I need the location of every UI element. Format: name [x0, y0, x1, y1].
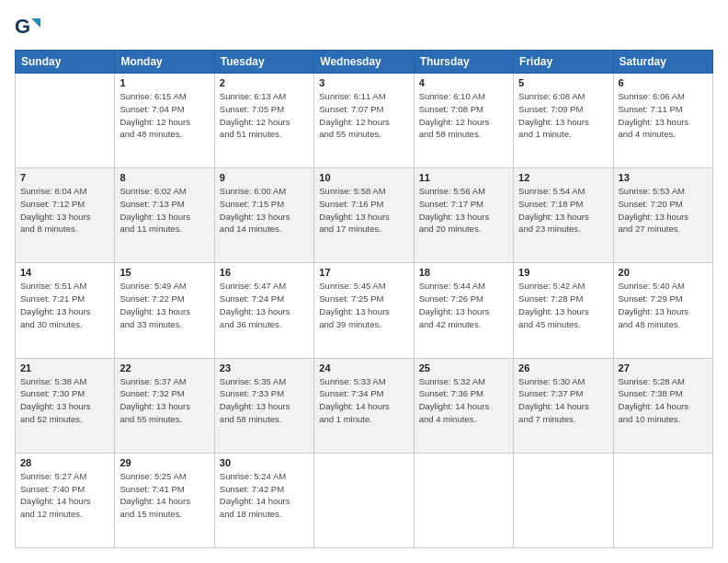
calendar-day-cell: 26Sunrise: 5:30 AM Sunset: 7:37 PM Dayli… [514, 358, 613, 453]
day-info: Sunrise: 6:13 AM Sunset: 7:05 PM Dayligh… [220, 90, 309, 141]
logo-icon: G [15, 15, 40, 40]
calendar-week-row: 14Sunrise: 5:51 AM Sunset: 7:21 PM Dayli… [16, 263, 713, 358]
day-number: 30 [220, 457, 309, 468]
day-info: Sunrise: 5:33 AM Sunset: 7:34 PM Dayligh… [319, 375, 408, 426]
day-number: 24 [319, 362, 408, 373]
day-info: Sunrise: 5:30 AM Sunset: 7:37 PM Dayligh… [518, 375, 608, 426]
calendar-day-cell: 4Sunrise: 6:10 AM Sunset: 7:08 PM Daylig… [414, 74, 513, 168]
calendar-day-cell: 10Sunrise: 5:58 AM Sunset: 7:16 PM Dayli… [314, 168, 414, 263]
calendar-day-cell: 8Sunrise: 6:02 AM Sunset: 7:13 PM Daylig… [115, 168, 214, 263]
calendar-day-cell: 17Sunrise: 5:45 AM Sunset: 7:25 PM Dayli… [314, 263, 414, 358]
svg-text:G: G [15, 15, 30, 38]
day-number: 29 [119, 457, 209, 468]
page-header: G [15, 15, 713, 40]
calendar-table: SundayMondayTuesdayWednesdayThursdayFrid… [15, 50, 713, 548]
day-info: Sunrise: 5:53 AM Sunset: 7:20 PM Dayligh… [619, 185, 708, 236]
weekday-header-thursday: Thursday [414, 51, 513, 74]
day-number: 25 [419, 362, 508, 373]
day-number: 12 [518, 172, 608, 183]
calendar-week-row: 28Sunrise: 5:27 AM Sunset: 7:40 PM Dayli… [16, 453, 713, 547]
calendar-day-cell: 27Sunrise: 5:28 AM Sunset: 7:38 PM Dayli… [613, 358, 712, 453]
calendar-day-cell: 5Sunrise: 6:08 AM Sunset: 7:09 PM Daylig… [514, 74, 613, 168]
day-info: Sunrise: 5:54 AM Sunset: 7:18 PM Dayligh… [518, 185, 608, 236]
calendar-day-cell: 3Sunrise: 6:11 AM Sunset: 7:07 PM Daylig… [314, 74, 414, 168]
day-number: 9 [220, 172, 309, 183]
weekday-header-friday: Friday [514, 51, 613, 74]
logo: G [15, 15, 44, 40]
calendar-day-cell: 23Sunrise: 5:35 AM Sunset: 7:33 PM Dayli… [214, 358, 313, 453]
calendar-day-cell: 15Sunrise: 5:49 AM Sunset: 7:22 PM Dayli… [115, 263, 214, 358]
day-number: 8 [119, 172, 209, 183]
weekday-header-tuesday: Tuesday [214, 51, 313, 74]
day-number: 27 [619, 362, 708, 373]
day-number: 14 [20, 267, 109, 278]
day-info: Sunrise: 5:35 AM Sunset: 7:33 PM Dayligh… [220, 375, 309, 426]
calendar-day-cell: 13Sunrise: 5:53 AM Sunset: 7:20 PM Dayli… [613, 168, 712, 263]
day-info: Sunrise: 5:32 AM Sunset: 7:36 PM Dayligh… [419, 375, 508, 426]
day-info: Sunrise: 6:08 AM Sunset: 7:09 PM Dayligh… [518, 90, 608, 141]
calendar-day-cell: 9Sunrise: 6:00 AM Sunset: 7:15 PM Daylig… [214, 168, 313, 263]
calendar-day-cell: 12Sunrise: 5:54 AM Sunset: 7:18 PM Dayli… [514, 168, 613, 263]
empty-cell [414, 453, 513, 547]
day-number: 10 [319, 172, 408, 183]
calendar-day-cell: 16Sunrise: 5:47 AM Sunset: 7:24 PM Dayli… [214, 263, 313, 358]
calendar-day-cell: 24Sunrise: 5:33 AM Sunset: 7:34 PM Dayli… [314, 358, 414, 453]
svg-marker-1 [31, 18, 40, 28]
day-number: 22 [119, 362, 209, 373]
day-info: Sunrise: 6:04 AM Sunset: 7:12 PM Dayligh… [20, 185, 109, 236]
calendar-day-cell: 1Sunrise: 6:15 AM Sunset: 7:04 PM Daylig… [115, 74, 214, 168]
day-info: Sunrise: 5:44 AM Sunset: 7:26 PM Dayligh… [419, 280, 508, 330]
day-number: 20 [619, 267, 708, 278]
day-info: Sunrise: 6:02 AM Sunset: 7:13 PM Dayligh… [119, 185, 209, 236]
day-info: Sunrise: 5:42 AM Sunset: 7:28 PM Dayligh… [518, 280, 608, 330]
calendar-day-cell: 28Sunrise: 5:27 AM Sunset: 7:40 PM Dayli… [16, 453, 115, 547]
weekday-header-monday: Monday [115, 51, 214, 74]
day-number: 6 [619, 77, 708, 88]
day-number: 23 [220, 362, 309, 373]
day-number: 17 [319, 267, 408, 278]
calendar-day-cell: 25Sunrise: 5:32 AM Sunset: 7:36 PM Dayli… [414, 358, 513, 453]
day-number: 15 [119, 267, 209, 278]
day-info: Sunrise: 5:24 AM Sunset: 7:42 PM Dayligh… [220, 470, 309, 521]
day-number: 4 [419, 77, 508, 88]
calendar-day-cell: 18Sunrise: 5:44 AM Sunset: 7:26 PM Dayli… [414, 263, 513, 358]
calendar-week-row: 7Sunrise: 6:04 AM Sunset: 7:12 PM Daylig… [16, 168, 713, 263]
day-number: 7 [20, 172, 109, 183]
empty-cell [613, 453, 712, 547]
day-info: Sunrise: 5:28 AM Sunset: 7:38 PM Dayligh… [619, 375, 708, 426]
calendar-day-cell: 30Sunrise: 5:24 AM Sunset: 7:42 PM Dayli… [214, 453, 313, 547]
day-info: Sunrise: 5:58 AM Sunset: 7:16 PM Dayligh… [319, 185, 408, 236]
day-number: 13 [619, 172, 708, 183]
calendar-day-cell: 11Sunrise: 5:56 AM Sunset: 7:17 PM Dayli… [414, 168, 513, 263]
day-info: Sunrise: 5:37 AM Sunset: 7:32 PM Dayligh… [119, 375, 209, 426]
weekday-header-wednesday: Wednesday [314, 51, 414, 74]
day-info: Sunrise: 5:45 AM Sunset: 7:25 PM Dayligh… [319, 280, 408, 330]
day-number: 21 [20, 362, 109, 373]
day-info: Sunrise: 6:00 AM Sunset: 7:15 PM Dayligh… [220, 185, 309, 236]
empty-cell [16, 74, 115, 168]
day-number: 11 [419, 172, 508, 183]
empty-cell [314, 453, 414, 547]
day-info: Sunrise: 5:49 AM Sunset: 7:22 PM Dayligh… [119, 280, 209, 330]
day-number: 26 [518, 362, 608, 373]
calendar-day-cell: 6Sunrise: 6:06 AM Sunset: 7:11 PM Daylig… [613, 74, 712, 168]
day-info: Sunrise: 6:11 AM Sunset: 7:07 PM Dayligh… [319, 90, 408, 141]
calendar-day-cell: 19Sunrise: 5:42 AM Sunset: 7:28 PM Dayli… [514, 263, 613, 358]
weekday-header-saturday: Saturday [613, 51, 712, 74]
day-info: Sunrise: 5:25 AM Sunset: 7:41 PM Dayligh… [119, 470, 209, 521]
day-info: Sunrise: 5:40 AM Sunset: 7:29 PM Dayligh… [619, 280, 708, 330]
weekday-header-sunday: Sunday [16, 51, 115, 74]
calendar-day-cell: 7Sunrise: 6:04 AM Sunset: 7:12 PM Daylig… [16, 168, 115, 263]
weekday-header-row: SundayMondayTuesdayWednesdayThursdayFrid… [16, 51, 713, 74]
calendar-day-cell: 14Sunrise: 5:51 AM Sunset: 7:21 PM Dayli… [16, 263, 115, 358]
day-number: 1 [119, 77, 209, 88]
calendar-week-row: 1Sunrise: 6:15 AM Sunset: 7:04 PM Daylig… [16, 74, 713, 168]
day-number: 19 [518, 267, 608, 278]
day-number: 2 [220, 77, 309, 88]
calendar-day-cell: 21Sunrise: 5:38 AM Sunset: 7:30 PM Dayli… [16, 358, 115, 453]
calendar-day-cell: 2Sunrise: 6:13 AM Sunset: 7:05 PM Daylig… [214, 74, 313, 168]
day-info: Sunrise: 5:56 AM Sunset: 7:17 PM Dayligh… [419, 185, 508, 236]
day-info: Sunrise: 6:15 AM Sunset: 7:04 PM Dayligh… [119, 90, 209, 141]
day-info: Sunrise: 6:10 AM Sunset: 7:08 PM Dayligh… [419, 90, 508, 141]
day-number: 18 [419, 267, 508, 278]
